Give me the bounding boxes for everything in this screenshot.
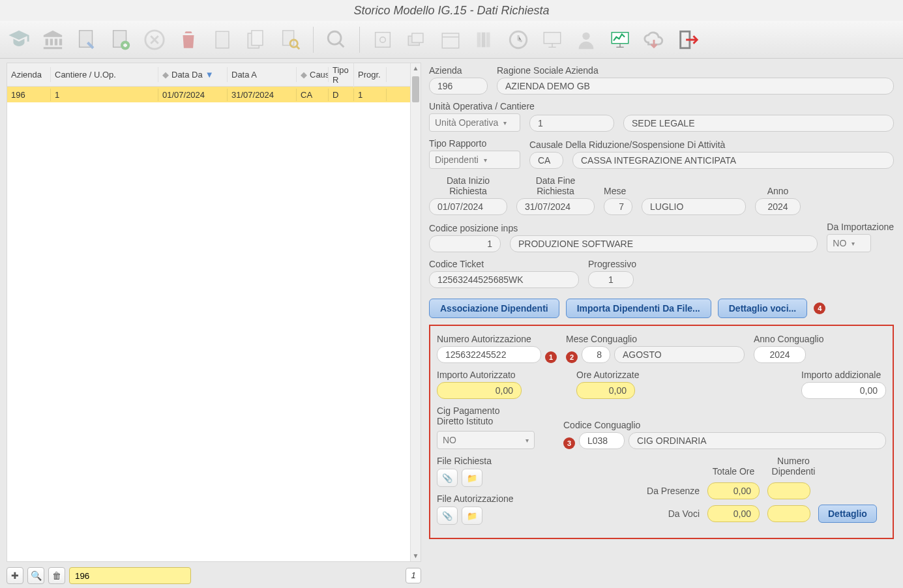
table-scrollbar[interactable]: ▲ ▼ [410, 63, 421, 561]
col-tipo[interactable]: Tipo R [329, 63, 354, 87]
daimp-select[interactable]: NO▾ [827, 234, 871, 252]
col-causa[interactable]: ◆Causa [297, 67, 329, 82]
assoc-dipendenti-button[interactable]: Associazione Dipendenti [429, 299, 559, 318]
causale-cod-field[interactable]: CA [529, 152, 563, 169]
tipo-rapp-select[interactable]: Dipendenti▾ [429, 151, 520, 169]
calendar-icon[interactable] [438, 27, 463, 52]
bank-icon[interactable] [40, 27, 65, 52]
col-progr[interactable]: Progr. [354, 67, 387, 82]
inps-cod-field[interactable]: 1 [429, 235, 501, 252]
cloud-icon[interactable] [642, 27, 666, 52]
unita-cod-field[interactable]: 1 [529, 115, 614, 132]
monitor1-icon[interactable] [540, 27, 565, 52]
delete-button[interactable]: 🗑 [48, 567, 65, 584]
col-azienda[interactable]: Azienda [7, 67, 51, 82]
col-data-da[interactable]: ◆Data Da▼ [158, 67, 228, 82]
search-doc-icon[interactable] [278, 27, 303, 52]
data-inizio-field[interactable]: 01/07/2024 [429, 198, 507, 215]
cigpag-select[interactable]: NO▾ [437, 431, 535, 449]
badge-4: 4 [814, 302, 825, 314]
add-button[interactable]: ✚ [7, 567, 23, 584]
filereq-attach-button[interactable]: 📎 [437, 469, 458, 487]
col-cantiere[interactable]: Cantiere / U.Op. [51, 67, 158, 82]
progr-field[interactable]: 1 [588, 271, 634, 288]
col-data-a[interactable]: Data A [228, 67, 297, 82]
filter-search-button[interactable]: 🔍 [27, 567, 44, 584]
person-icon[interactable] [574, 27, 599, 52]
oreauth-field[interactable]: 0,00 [576, 382, 635, 399]
importa-dipendenti-button[interactable]: Importa Dipendenti Da File... [566, 299, 711, 318]
dapres-field[interactable]: 0,00 [707, 482, 760, 499]
cell-data-da: 01/07/2024 [158, 89, 228, 101]
azienda-field[interactable]: 196 [429, 78, 488, 95]
main-toolbar [0, 21, 903, 59]
stack-icon[interactable] [404, 27, 429, 52]
filereq-open-button[interactable]: 📁 [462, 469, 482, 487]
davoci-field[interactable]: 0,00 [707, 505, 760, 522]
ragione-field[interactable]: AZIENDA DEMO GB [497, 78, 894, 95]
fileauth-label: File Autorizzazione [437, 493, 514, 504]
books-icon[interactable] [472, 27, 497, 52]
monitor-chart-icon[interactable] [608, 27, 632, 52]
anno-field[interactable]: 2024 [755, 198, 801, 215]
svg-point-20 [582, 32, 589, 39]
clock-icon[interactable] [506, 27, 531, 52]
cancel-icon[interactable] [142, 27, 167, 52]
anno-label: Anno [755, 186, 801, 196]
cell-data-a: 31/07/2024 [228, 89, 297, 101]
impauth-field[interactable]: 0,00 [437, 382, 522, 399]
svg-rect-7 [283, 30, 294, 45]
scroll-up-icon[interactable]: ▲ [411, 63, 421, 74]
ticket-field[interactable]: 12563244525685WK [429, 271, 579, 288]
search-input[interactable] [69, 567, 191, 584]
svg-rect-13 [412, 33, 423, 42]
exit-icon[interactable] [675, 27, 700, 52]
data-fine-field[interactable]: 31/07/2024 [516, 198, 595, 215]
numauth-label: Numero Autorizzazione [437, 334, 557, 344]
mese-desc-field[interactable]: LUGLIO [642, 198, 746, 215]
add-doc-icon[interactable] [108, 27, 133, 52]
ticket-label: Codice Ticket [429, 259, 579, 269]
mesecong-num-field[interactable]: 8 [582, 346, 610, 363]
causale-label: Causale Della Riduzione/Sospensione Di A… [529, 140, 894, 150]
records-table[interactable]: Azienda Cantiere / U.Op. ◆Data Da▼ Data … [7, 63, 421, 562]
target-icon[interactable] [370, 27, 395, 52]
numauth-field[interactable]: 125632245522 [437, 346, 541, 363]
data-inizio-label: Data Inizio Richiesta [429, 175, 507, 196]
scroll-down-icon[interactable]: ▼ [411, 551, 421, 561]
dapres-label: Da Presenze [628, 486, 700, 496]
svg-rect-4 [216, 31, 229, 48]
annocong-field[interactable]: 2024 [754, 346, 806, 363]
unita-desc-field[interactable]: SEDE LEGALE [623, 115, 894, 132]
trash-icon[interactable] [176, 27, 201, 52]
fileauth-open-button[interactable]: 📁 [462, 507, 482, 525]
dapres-numdip-field[interactable] [767, 482, 810, 499]
unita-select[interactable]: Unità Operativa▾ [429, 113, 520, 132]
svg-point-11 [380, 37, 386, 42]
result-count: 1 [406, 568, 421, 583]
inps-desc-field[interactable]: PRODUZIONE SOFTWARE [510, 235, 818, 252]
oreauth-label: Ore Autorizzate [576, 370, 640, 380]
doc1-icon[interactable] [210, 27, 235, 52]
scroll-thumb[interactable] [412, 76, 419, 102]
mesecong-desc-field[interactable]: AGOSTO [614, 346, 745, 363]
progr-label: Progressivo [588, 259, 636, 269]
fileauth-attach-button[interactable]: 📎 [437, 507, 458, 525]
mese-num-field[interactable]: 7 [604, 198, 632, 215]
impadd-field[interactable]: 0,00 [801, 382, 886, 399]
badge-2: 2 [566, 351, 578, 363]
codcong-field[interactable]: L038 [579, 432, 625, 449]
davoci-numdip-field[interactable] [767, 505, 810, 522]
causale-desc-field[interactable]: CASSA INTEGRAZIONE ANTICIPATA [572, 152, 894, 169]
filereq-label: File Richiesta [437, 456, 514, 466]
edit-doc-icon[interactable] [74, 27, 99, 52]
search-icon[interactable] [324, 27, 349, 52]
svg-point-9 [328, 31, 341, 44]
doc2-icon[interactable] [244, 27, 269, 52]
codcong-desc-field[interactable]: CIG ORDINARIA [629, 432, 886, 449]
table-row[interactable]: 196 1 01/07/2024 31/07/2024 CA D 1 [7, 87, 421, 102]
dettaglio-voci-button[interactable]: Dettaglio voci... [718, 299, 807, 318]
graduate-icon[interactable] [7, 27, 31, 52]
svg-rect-19 [544, 32, 561, 43]
dettaglio-button[interactable]: Dettaglio [818, 505, 877, 523]
